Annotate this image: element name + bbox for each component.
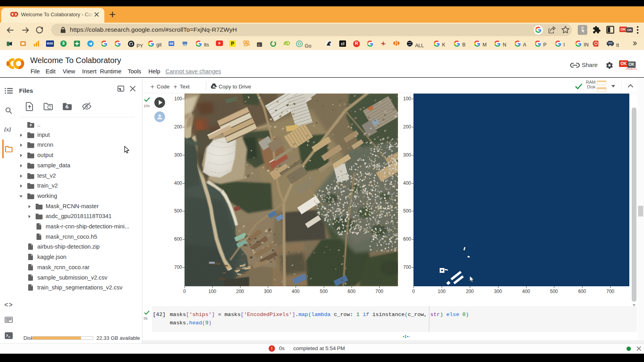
svg-text:OK: OK	[244, 44, 248, 46]
